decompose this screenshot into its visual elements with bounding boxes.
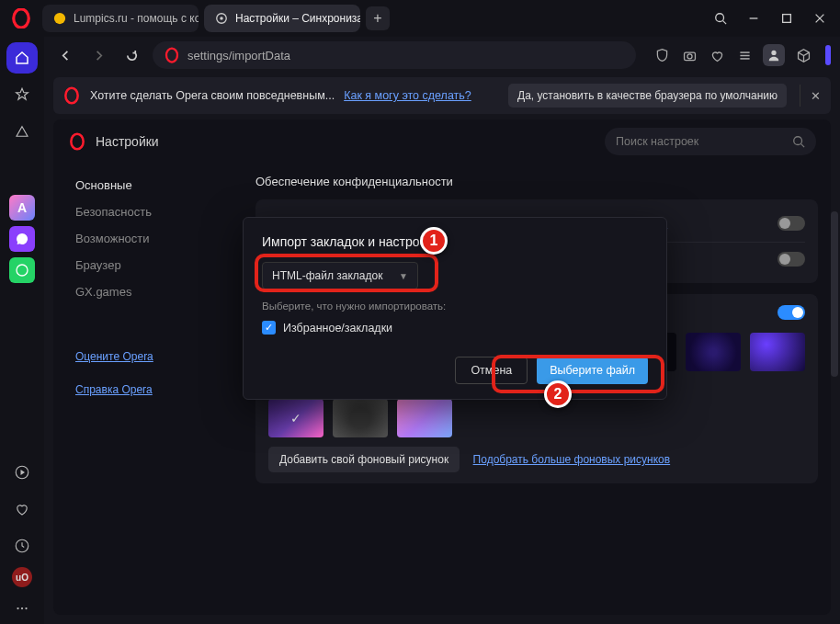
annotation-badge-1: 1 — [420, 227, 448, 255]
triangle-icon[interactable] — [6, 116, 38, 147]
block-trackers-toggle[interactable] — [778, 252, 805, 267]
default-browser-promo: Хотите сделать Opera своим повседневным.… — [53, 77, 831, 114]
help-opera-link[interactable]: Справка Opera — [75, 383, 237, 396]
ublock-icon[interactable]: uO — [12, 567, 32, 587]
rate-opera-link[interactable]: Оцените Opera — [75, 350, 237, 363]
back-button[interactable] — [53, 43, 77, 67]
opera-icon — [164, 47, 180, 63]
url-field[interactable]: settings/importData — [153, 41, 636, 69]
bookmarks-checkbox-label: Избранное/закладки — [283, 322, 392, 335]
close-promo-button[interactable]: ✕ — [800, 85, 822, 107]
svg-line-26 — [801, 144, 805, 148]
dialog-hint: Выберите, что нужно импортировать: — [262, 301, 648, 312]
import-dialog: Импорт закладок и настроек HTML-файл зак… — [243, 217, 667, 400]
extensions-cube-icon[interactable] — [794, 46, 812, 64]
wallpaper-thumb[interactable] — [397, 399, 452, 437]
add-wallpaper-button[interactable]: Добавить свой фоновый рисунок — [268, 447, 460, 472]
messenger-icon[interactable] — [9, 226, 35, 252]
minimize-button[interactable] — [739, 5, 768, 32]
privacy-section-title: Обеспечение конфиденциальности — [255, 175, 818, 188]
page-title: Настройки — [96, 134, 159, 149]
opera-menu-button[interactable] — [9, 6, 33, 30]
svg-point-18 — [687, 53, 691, 58]
tab-lumpics[interactable]: Lumpics.ru - помощь с ко — [42, 5, 199, 32]
chevron-down-icon: ▼ — [399, 271, 408, 281]
promo-link[interactable]: Как я могу это сделать? — [344, 89, 471, 102]
heart-icon[interactable] — [6, 494, 38, 525]
bookmarks-checkbox[interactable]: ✓ — [262, 321, 276, 335]
whatsapp-icon[interactable] — [9, 257, 35, 283]
svg-point-22 — [771, 51, 776, 55]
block-ads-toggle[interactable] — [778, 216, 805, 231]
search-tabs-icon[interactable] — [706, 5, 735, 32]
maximize-button[interactable] — [772, 5, 801, 32]
wallpaper-thumb[interactable] — [333, 399, 388, 437]
import-source-dropdown[interactable]: HTML-файл закладок ▼ — [262, 262, 418, 289]
svg-point-3 — [220, 17, 223, 20]
new-tab-button[interactable]: + — [366, 6, 390, 30]
wallpaper-thumb[interactable] — [750, 333, 805, 371]
more-wallpapers-link[interactable]: Подобрать больше фоновых рисунков — [473, 453, 671, 466]
scrollbar[interactable] — [831, 211, 838, 377]
svg-point-23 — [65, 88, 77, 104]
vpn-indicator[interactable] — [825, 45, 831, 65]
history-icon[interactable] — [6, 530, 38, 562]
svg-point-13 — [17, 607, 18, 609]
svg-point-10 — [17, 265, 28, 276]
close-button[interactable] — [805, 5, 834, 32]
tab-label: Lumpics.ru - помощь с ко — [74, 12, 199, 25]
nav-browser[interactable]: Браузер — [75, 258, 237, 272]
svg-point-1 — [54, 13, 65, 24]
more-icon[interactable] — [6, 593, 38, 624]
profile-avatar[interactable] — [763, 44, 785, 66]
svg-point-24 — [71, 134, 83, 150]
reload-button[interactable] — [119, 43, 143, 67]
url-text: settings/importData — [187, 49, 290, 62]
svg-point-4 — [716, 14, 724, 22]
svg-point-25 — [794, 137, 802, 145]
gear-icon — [215, 12, 228, 25]
nav-gxgames[interactable]: GX.games — [75, 285, 237, 299]
window-controls — [706, 5, 834, 32]
check-icon: ✓ — [290, 411, 301, 425]
nav-basic[interactable]: Основные — [75, 178, 237, 192]
sidebar-rail: A uO — [0, 37, 44, 624]
address-bar: settings/importData — [44, 37, 840, 74]
home-button[interactable] — [6, 42, 38, 74]
cancel-button[interactable]: Отмена — [455, 357, 528, 384]
promo-text: Хотите сделать Opera своим повседневным.… — [90, 89, 335, 102]
tab-label: Настройки – Синхрониза — [235, 12, 360, 25]
dialog-title: Импорт закладок и настроек — [262, 234, 648, 249]
favicon-lumpics — [53, 12, 66, 25]
tab-settings[interactable]: Настройки – Синхрониза — [204, 5, 360, 32]
wallpaper-thumb[interactable] — [686, 333, 741, 371]
svg-point-0 — [14, 9, 29, 28]
dropdown-value: HTML-файл закладок — [272, 269, 382, 282]
settings-search[interactable]: Поиск настроек — [605, 128, 816, 155]
search-icon — [792, 135, 805, 148]
titlebar: Lumpics.ru - помощь с ко Настройки – Син… — [0, 0, 840, 37]
play-icon[interactable] — [6, 457, 38, 488]
svg-point-14 — [21, 607, 23, 609]
opera-icon — [62, 86, 81, 105]
nav-security[interactable]: Безопасность — [75, 205, 237, 219]
wallpaper-toggle[interactable] — [778, 305, 805, 320]
heart-outline-icon[interactable] — [708, 46, 726, 64]
app-1-icon[interactable]: A — [9, 195, 35, 221]
set-default-button[interactable]: Да, установить в качестве браузера по ум… — [508, 84, 787, 108]
menu-icon[interactable] — [735, 46, 754, 64]
svg-point-16 — [166, 49, 177, 62]
camera-icon[interactable] — [680, 46, 698, 64]
opera-icon — [68, 132, 86, 151]
annotation-badge-2: 2 — [544, 380, 572, 408]
wallpaper-thumb[interactable]: ✓ — [268, 399, 324, 437]
svg-point-15 — [25, 607, 27, 609]
svg-line-5 — [723, 21, 727, 25]
forward-button[interactable] — [86, 43, 110, 67]
nav-features[interactable]: Возможности — [75, 232, 237, 245]
search-placeholder: Поиск настроек — [616, 135, 698, 148]
bookmarks-star-icon[interactable] — [6, 79, 38, 110]
shield-icon[interactable] — [653, 46, 671, 64]
settings-nav: Основные Безопасность Возможности Браузе… — [53, 164, 237, 615]
svg-rect-7 — [783, 15, 791, 23]
